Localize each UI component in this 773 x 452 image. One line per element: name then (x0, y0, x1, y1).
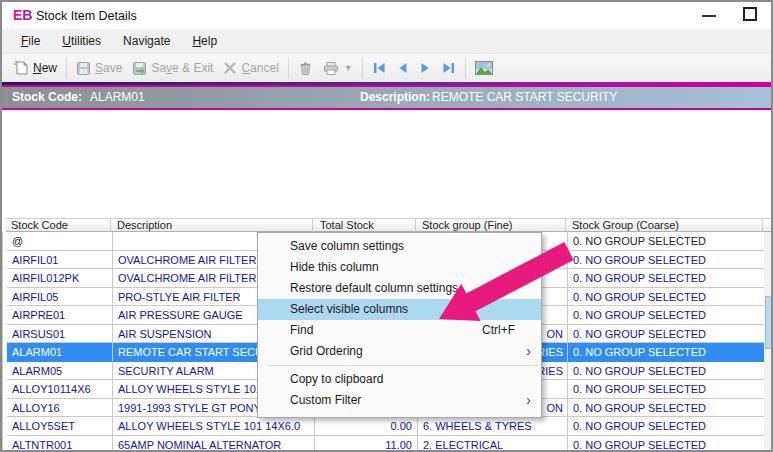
vertical-scrollbar[interactable] (764, 232, 773, 452)
menu-bar: File Utilities Navigate Help (2, 29, 771, 54)
stock-code-value: ALARM01 (90, 90, 145, 104)
app-logo-icon: EB (13, 7, 32, 23)
cell-coarse: 0. NO GROUP SELECTED (568, 380, 765, 399)
cell-coarse: 0. NO GROUP SELECTED (568, 269, 765, 288)
cell-code: AIRPRE01 (7, 306, 113, 325)
cell-coarse: 0. NO GROUP SELECTED (568, 436, 765, 452)
description-value: REMOTE CAR START SECURITY (432, 90, 617, 104)
save-icon (76, 61, 91, 76)
cell-code: ALARM05 (7, 362, 113, 381)
menu-item-save-column-settings[interactable]: Save column settings (258, 236, 541, 257)
nav-last-button[interactable] (436, 59, 461, 77)
grid-header-row: Stock CodeDescriptionTotal StockStock gr… (6, 218, 773, 232)
menu-item-hide-this-column[interactable]: Hide this column (258, 257, 541, 278)
picture-button[interactable] (470, 58, 498, 78)
cell-fine: 2. ELECTRICAL (418, 436, 568, 452)
cell-code: ALTNTR001 (7, 436, 113, 452)
submenu-arrow-icon: › (526, 341, 531, 362)
menu-item-find[interactable]: FindCtrl+F (258, 320, 541, 341)
toolbar-separator (66, 58, 67, 78)
save-and-exit-button[interactable]: Save & Exit (127, 58, 218, 79)
toolbar-separator (465, 58, 466, 78)
menu-file[interactable]: File (10, 30, 51, 52)
cancel-button[interactable]: Cancel (218, 58, 283, 78)
menu-item-grid-ordering[interactable]: Grid Ordering› (258, 341, 541, 362)
search-panel: Search key: Search Include inactive item… (2, 110, 771, 218)
toolbar: New Save Save & Exit Cancel ▼ (2, 54, 771, 82)
cell-coarse: 0. NO GROUP SELECTED (568, 325, 765, 344)
cell-coarse: 0. NO GROUP SELECTED (568, 343, 765, 362)
menu-item-custom-filter[interactable]: Custom Filter› (258, 390, 541, 411)
window-title: Stock Item Details (36, 9, 137, 23)
nav-first-button[interactable] (367, 59, 392, 77)
save-button[interactable]: Save (71, 58, 127, 79)
submenu-arrow-icon: › (526, 390, 531, 411)
menu-item-restore-default-column-settings[interactable]: Restore default column settings (258, 278, 541, 299)
nav-next-button[interactable] (414, 59, 436, 77)
cell-code: ALARM01 (7, 343, 113, 362)
column-header[interactable]: Stock group (Fine) (417, 219, 566, 232)
cell-coarse: 0. NO GROUP SELECTED (568, 306, 765, 325)
new-button[interactable]: New (8, 57, 62, 79)
cell-total: 11.00 (315, 436, 418, 452)
cell-coarse: 0. NO GROUP SELECTED (568, 362, 765, 381)
nav-prev-button[interactable] (392, 59, 414, 77)
cell-code: AIRSUS01 (7, 325, 113, 344)
menu-separator (268, 365, 539, 366)
toolbar-separator (362, 58, 363, 78)
cell-coarse: 0. NO GROUP SELECTED (568, 417, 765, 436)
column-header[interactable]: Total Stock (315, 219, 416, 232)
cancel-icon (223, 61, 237, 75)
delete-button[interactable] (293, 58, 318, 79)
save-exit-icon (132, 61, 147, 76)
cell-desc: 65AMP NOMINAL ALTERNATOR (113, 436, 315, 452)
table-row[interactable]: ALTNTR00165AMP NOMINAL ALTERNATOR11.002.… (7, 436, 765, 452)
context-menu: Save column settingsHide this columnRest… (257, 232, 542, 418)
cell-coarse: 0. NO GROUP SELECTED (568, 232, 765, 251)
toolbar-separator (288, 58, 289, 78)
cell-coarse: 0. NO GROUP SELECTED (568, 251, 765, 270)
minimize-icon[interactable] (700, 6, 718, 24)
print-icon (323, 61, 339, 76)
cell-code: ALLOY5SET (7, 417, 113, 436)
stock-code-label: Stock Code: (12, 90, 82, 104)
cell-code: AIRFIL05 (7, 288, 113, 307)
cell-desc: ALLOY WHEELS STYLE 101 14X6.0 (113, 417, 315, 436)
cell-fine: 6. WHEELS & TYRES (418, 417, 568, 436)
cell-code: ALLOY16 (7, 399, 113, 418)
nav-next-icon (420, 62, 430, 74)
column-header[interactable]: Stock Code (6, 219, 111, 232)
menu-help[interactable]: Help (181, 30, 228, 52)
column-header[interactable]: Stock Group (Coarse) (567, 219, 763, 232)
cell-code: AIRFIL012PK (7, 269, 113, 288)
menu-utilities[interactable]: Utilities (51, 30, 112, 52)
cell-code: AIRFIL01 (7, 251, 113, 270)
new-page-icon (13, 60, 29, 76)
nav-prev-icon (398, 62, 408, 74)
table-row[interactable]: ALLOY5SETALLOY WHEELS STYLE 101 14X6.00.… (7, 417, 765, 436)
print-button[interactable]: ▼ (318, 58, 358, 79)
record-header-band: Stock Code: ALARM01 Description: REMOTE … (2, 85, 771, 110)
picture-icon (475, 61, 493, 75)
description-label: Description: (360, 90, 430, 104)
cell-code: ALLOY10114X6 (7, 380, 113, 399)
cell-code: @ (7, 232, 113, 251)
title-bar: EB Stock Item Details (2, 2, 771, 29)
cell-coarse: 0. NO GROUP SELECTED (568, 399, 765, 418)
scrollbar-thumb[interactable] (765, 296, 772, 349)
cell-total: 0.00 (315, 417, 418, 436)
stock-item-details-window: EB Stock Item Details File Utilities Nav… (0, 0, 773, 452)
nav-last-icon (442, 62, 455, 74)
nav-first-icon (373, 62, 386, 74)
menu-item-select-visible-columns[interactable]: Select visible columns (258, 299, 541, 320)
menu-shortcut: Ctrl+F (482, 320, 515, 341)
menu-navigate[interactable]: Navigate (112, 30, 181, 52)
trash-icon (298, 61, 313, 76)
maximize-icon[interactable] (743, 7, 757, 21)
menu-item-copy-to-clipboard[interactable]: Copy to clipboard (258, 369, 541, 390)
cell-coarse: 0. NO GROUP SELECTED (568, 288, 765, 307)
print-dropdown-icon[interactable]: ▼ (344, 63, 353, 73)
column-header[interactable]: Description (112, 219, 313, 232)
